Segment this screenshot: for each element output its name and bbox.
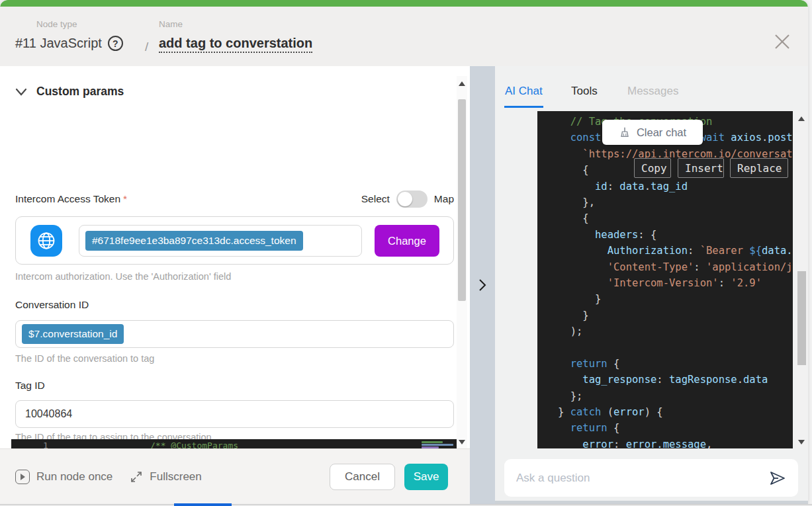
node-name-field[interactable]: add tag to converstation: [159, 36, 312, 53]
map-label: Map: [434, 193, 454, 205]
send-icon[interactable]: [769, 470, 786, 486]
params-scrollbar[interactable]: [457, 76, 467, 448]
fullscreen-button[interactable]: Fullscreen: [130, 470, 201, 484]
ask-question-box: [504, 459, 798, 497]
run-node-once-label: Run node once: [36, 470, 113, 484]
name-value-row: add tag to converstation: [159, 36, 312, 53]
assistant-panel: AI Chat Tools Messages // Tag the conver…: [495, 66, 808, 504]
active-tab-indicator: [504, 106, 543, 108]
params-panel: Custom params Intercom Access Token * Se…: [0, 66, 470, 448]
chat-scrollbar[interactable]: [796, 111, 807, 448]
assistant-tabs: AI Chat Tools Messages: [495, 66, 808, 111]
ask-question-input[interactable]: [516, 472, 769, 485]
select-map-control: Select Map: [361, 190, 454, 208]
modal-header: Node type #11 JavaScript ? / Name add ta…: [0, 7, 808, 66]
cancel-button[interactable]: Cancel: [330, 464, 395, 490]
tag-id-label: Tag ID: [15, 380, 45, 392]
conversation-id-helper: The ID of the conversation to tag: [15, 353, 154, 364]
select-map-toggle[interactable]: [396, 190, 428, 208]
node-type-help-icon[interactable]: ?: [108, 36, 123, 51]
tab-tools[interactable]: Tools: [571, 85, 598, 98]
fullscreen-icon: [130, 470, 143, 484]
fullscreen-label: Fullscreen: [150, 470, 201, 484]
access-token-field[interactable]: #6718fe9ee1e3ba897ce313dc.access_token: [79, 225, 362, 257]
chevron-down-icon: [15, 87, 27, 97]
chevron-right-icon: [477, 278, 488, 292]
access-token-label: Intercom Access Token: [15, 193, 120, 205]
scroll-up-arrow[interactable]: [798, 116, 805, 121]
panel-collapse-handle[interactable]: [470, 66, 495, 504]
breadcrumb-separator: /: [145, 40, 148, 54]
tag-id-field[interactable]: [15, 400, 454, 428]
conversation-id-chip[interactable]: $7.converstation_id: [22, 324, 124, 344]
scrollbar-thumb[interactable]: [797, 271, 806, 365]
toggle-knob: [398, 192, 412, 206]
scroll-up-arrow[interactable]: [459, 81, 465, 86]
clear-chat-button[interactable]: Clear chat: [602, 120, 703, 145]
line-number: 1: [43, 441, 48, 448]
conversation-id-label: Conversation ID: [15, 299, 89, 311]
node-config-modal: Node type #11 JavaScript ? / Name add ta…: [0, 0, 808, 504]
clear-chat-label: Clear chat: [637, 126, 686, 139]
node-type-label: Node type: [36, 19, 77, 29]
replace-button[interactable]: Replace: [730, 158, 788, 178]
scroll-down-arrow[interactable]: [798, 440, 805, 444]
close-icon[interactable]: [774, 33, 791, 50]
insert-button[interactable]: Insert: [678, 158, 724, 178]
access-token-row: Intercom Access Token * Select Map: [15, 190, 454, 208]
select-label: Select: [361, 193, 390, 205]
run-node-once-button[interactable]: Run node once: [15, 470, 113, 484]
change-button[interactable]: Change: [375, 225, 439, 257]
copy-button[interactable]: Copy: [634, 158, 671, 178]
custom-params-section-header[interactable]: Custom params: [15, 85, 124, 99]
tab-ai-chat[interactable]: AI Chat: [505, 85, 543, 98]
name-label: Name: [159, 19, 183, 29]
conversation-id-field[interactable]: $7.converstation_id: [15, 320, 454, 348]
section-title: Custom params: [36, 85, 124, 99]
code-editor[interactable]: 1 /** @CustomParams: [11, 439, 467, 448]
save-button[interactable]: Save: [404, 464, 448, 490]
modal-accent-bar: [0, 0, 808, 7]
tab-messages[interactable]: Messages: [627, 85, 678, 98]
access-token-chip[interactable]: #6718fe9ee1e3ba897ce313dc.access_token: [85, 231, 303, 251]
node-type-value: #11 JavaScript: [15, 36, 102, 51]
scrollbar-thumb[interactable]: [458, 99, 466, 301]
access-token-box: #6718fe9ee1e3ba897ce313dc.access_token C…: [15, 216, 454, 265]
node-type-value-row: #11 JavaScript ?: [15, 36, 123, 51]
required-asterisk: *: [123, 193, 127, 205]
play-icon: [15, 470, 30, 484]
globe-icon: [30, 225, 62, 257]
modal-footer: Run node once Fullscreen Cancel Save: [0, 448, 470, 504]
scroll-down-arrow[interactable]: [459, 440, 465, 444]
background-progress-bar: [174, 503, 232, 506]
broom-icon: [619, 126, 631, 138]
line-content: /** @CustomParams: [150, 441, 238, 448]
access-token-helper: Intercom authorization. Use the 'Authori…: [15, 271, 231, 282]
